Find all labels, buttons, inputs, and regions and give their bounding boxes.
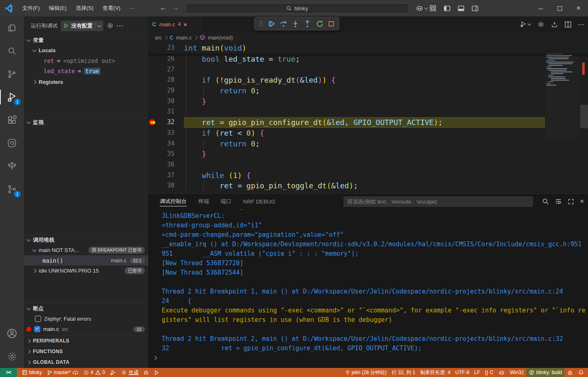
- sticky-scroll-line[interactable]: 23int main(void): [148, 43, 588, 54]
- line-number[interactable]: 38: [160, 180, 174, 191]
- project-item[interactable]: blinky: [19, 368, 44, 377]
- drag-handle-icon[interactable]: [259, 21, 263, 27]
- thread-idle-row[interactable]: idle UNKNOWN PRIO 15 已暂停: [24, 266, 148, 276]
- code-text[interactable]: return 0;: [184, 86, 545, 96]
- activity-extensions[interactable]: [0, 109, 24, 132]
- toggle-right-sidebar-icon[interactable]: [469, 2, 481, 14]
- gutter[interactable]: [148, 86, 160, 96]
- gutter[interactable]: [148, 54, 160, 65]
- stop-icon[interactable]: [328, 21, 335, 27]
- line-number[interactable]: 30: [160, 96, 174, 107]
- code-line-37[interactable]: 37while (1) {: [148, 170, 588, 181]
- language-mode-item[interactable]: {} C: [483, 368, 496, 377]
- breadcrumb-folder[interactable]: src: [155, 35, 162, 41]
- breakpoint-exception-row[interactable]: Zephyr: Fatal errors: [24, 314, 148, 324]
- code-line-38[interactable]: 38ret = gpio_pin_toggle_dt(&led);: [148, 180, 588, 191]
- menu-overflow-icon[interactable]: ···: [125, 3, 139, 14]
- watch-header[interactable]: 监视: [24, 118, 148, 127]
- gutter[interactable]: [148, 65, 160, 75]
- restart-icon[interactable]: [316, 20, 323, 28]
- console-prompt-icon[interactable]: [153, 355, 158, 361]
- code-line-30[interactable]: 30}: [148, 96, 588, 107]
- search-icon[interactable]: [542, 198, 549, 205]
- nrf-debug-item[interactable]: [565, 368, 576, 377]
- maximize-panel-icon[interactable]: [568, 199, 574, 205]
- code-text[interactable]: if (!gpio_is_ready_dt(&led)) {: [184, 75, 545, 86]
- minimize-button[interactable]: ─: [531, 0, 550, 16]
- maximize-button[interactable]: [550, 0, 569, 16]
- activity-source-control[interactable]: [0, 62, 24, 86]
- activity-search[interactable]: [0, 39, 24, 62]
- command-center-search[interactable]: blinky: [185, 3, 409, 14]
- git-branch-item[interactable]: master*: [44, 368, 81, 377]
- gutter[interactable]: [148, 180, 160, 191]
- scrollbar-thumb[interactable]: [580, 105, 588, 128]
- menu-selection[interactable]: 选择(S): [71, 3, 98, 14]
- problems-item[interactable]: 4 0: [81, 368, 107, 377]
- menu-view[interactable]: 查看(V): [98, 3, 125, 14]
- code-text[interactable]: }: [184, 149, 545, 160]
- menu-file[interactable]: 文件(F): [18, 3, 44, 14]
- code-text[interactable]: }: [184, 96, 545, 107]
- customize-layout-icon[interactable]: [427, 2, 439, 14]
- code-text[interactable]: int main(void): [184, 43, 545, 53]
- tab-ports[interactable]: 端口: [221, 194, 231, 209]
- indentation-item[interactable]: 制表符长度: 4: [418, 368, 453, 377]
- line-number[interactable]: 28: [160, 75, 174, 86]
- toggle-left-sidebar-icon[interactable]: [441, 2, 453, 14]
- code-text[interactable]: return 0;: [184, 139, 545, 149]
- gutter[interactable]: [148, 117, 160, 128]
- code-text[interactable]: bool led_state = true;: [184, 54, 545, 65]
- cursor-position-item[interactable]: 行 32, 列 1: [389, 368, 418, 377]
- encoding-item[interactable]: UTF-8: [453, 368, 472, 377]
- activity-settings[interactable]: [0, 345, 24, 368]
- run-debug-action-icon[interactable]: [520, 21, 531, 28]
- code-line-28[interactable]: 28if (!gpio_is_ready_dt(&led)) {: [148, 75, 588, 86]
- checkbox[interactable]: [35, 316, 41, 322]
- code-text[interactable]: [184, 65, 545, 75]
- step-out-icon[interactable]: [304, 20, 311, 28]
- continue-icon[interactable]: [268, 20, 275, 28]
- line-number[interactable]: 29: [160, 86, 174, 96]
- install-build-icon[interactable]: [551, 21, 558, 28]
- split-editor-icon[interactable]: [565, 21, 572, 28]
- variables-header[interactable]: 变量: [24, 35, 148, 45]
- step-over-icon[interactable]: [280, 20, 287, 28]
- run-task-item[interactable]: [151, 368, 162, 377]
- line-number[interactable]: 33: [160, 128, 174, 139]
- variable-led-state[interactable]: led_state = true: [24, 66, 148, 76]
- code-line-32[interactable]: 32ret = gpio_pin_configure_dt(&led, GPIO…: [148, 117, 588, 128]
- step-into-icon[interactable]: [292, 20, 299, 28]
- code-line-29[interactable]: 29return 0;: [148, 86, 588, 96]
- editor-body[interactable]: 23int main(void) 26bool led_state = true…: [148, 43, 588, 193]
- gutter[interactable]: [148, 96, 160, 107]
- debug-test-item[interactable]: [141, 368, 151, 377]
- breadcrumb-symbol[interactable]: main(void): [208, 35, 233, 41]
- close-button[interactable]: ×: [569, 0, 588, 16]
- word-wrap-icon[interactable]: [555, 198, 562, 205]
- gutter[interactable]: [148, 160, 160, 170]
- activity-git-graph[interactable]: 1: [0, 178, 24, 201]
- gutter[interactable]: [148, 128, 160, 139]
- code-text[interactable]: if (ret < 0) {: [184, 128, 545, 139]
- eol-item[interactable]: LF: [472, 368, 483, 377]
- forward-arrow-icon[interactable]: →: [172, 4, 179, 12]
- tab-terminal[interactable]: 终端: [198, 194, 209, 209]
- gutter[interactable]: [148, 106, 160, 117]
- variables-group-locals[interactable]: Locals: [24, 45, 148, 56]
- source-control-user-item[interactable]: jelin (28 分钟前): [343, 368, 389, 377]
- line-number[interactable]: 27: [160, 65, 174, 75]
- peripherals-header[interactable]: PERIPHERALS: [24, 336, 148, 346]
- variable-ret[interactable]: ret = <optimized out>: [24, 56, 148, 66]
- code-line-27[interactable]: 27: [148, 65, 588, 75]
- code-line-36[interactable]: 36: [148, 160, 588, 170]
- breadcrumb-file[interactable]: main.c: [176, 35, 192, 41]
- gear-icon[interactable]: [107, 22, 114, 29]
- tab-main-c[interactable]: C main.c 4 ×: [148, 16, 204, 32]
- stack-frame-main-row[interactable]: main() main.c 32:1: [24, 255, 148, 266]
- activity-hardware-terminal[interactable]: [0, 155, 24, 178]
- functions-header[interactable]: FUNCTIONS: [24, 347, 148, 356]
- gutter[interactable]: [148, 43, 160, 53]
- copilot-status-item[interactable]: [496, 368, 507, 377]
- console-filter-input[interactable]: [344, 197, 533, 207]
